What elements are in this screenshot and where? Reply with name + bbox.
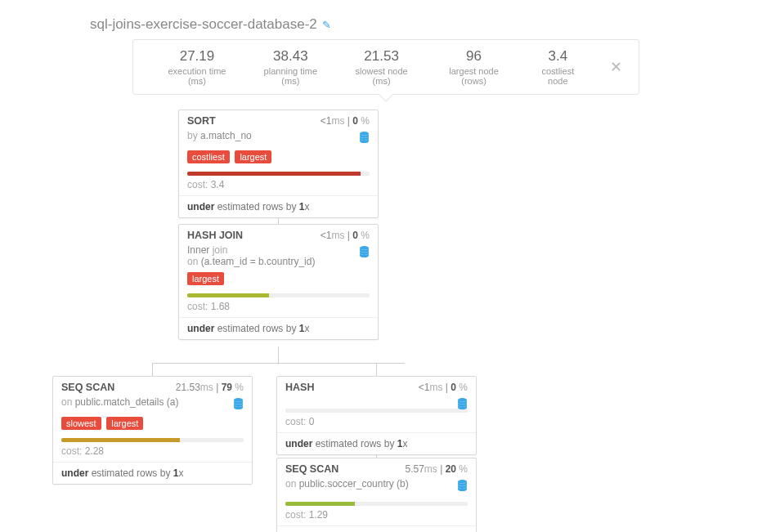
database-icon[interactable]: [457, 480, 468, 494]
estimation-row: under estimated rows by 1x: [277, 433, 476, 454]
node-timing: <1ms | 0 %: [419, 382, 468, 393]
plan-node-hash[interactable]: HASH <1ms | 0 % cost: 0 under estimated …: [276, 376, 477, 455]
node-subtitle: by a.match_no: [187, 130, 359, 141]
cost-bar: [187, 293, 269, 297]
database-icon[interactable]: [233, 398, 244, 412]
stat-value: 27.19: [161, 48, 234, 65]
stat-label: execution time (ms): [161, 66, 234, 86]
svg-point-3: [458, 398, 467, 402]
summary-stats-bar: 27.19 execution time (ms) 38.43 planning…: [132, 39, 639, 95]
stat-planning-time: 38.43 planning time (ms): [244, 48, 336, 86]
node-timing: 21.53ms | 79 %: [176, 382, 244, 393]
query-plan-tree: SORT <1ms | 0 % by a.match_no costliest …: [16, 110, 755, 532]
node-subtitle: on public.match_details (a): [61, 396, 233, 408]
estimation-row: under estimated rows by 1x: [179, 196, 378, 217]
stat-value: 96: [438, 48, 509, 65]
estimation-row: under estimated rows by 1x: [53, 463, 252, 484]
node-title: HASH JOIN: [187, 230, 243, 241]
stat-costliest-node: 3.4 costliest node: [521, 48, 594, 86]
stat-label: costliest node: [532, 66, 583, 86]
node-subtitle: Inner join on (a.team_id = b.country_id): [187, 244, 359, 267]
cost-value: 1.68: [211, 301, 230, 312]
plan-node-hash-join[interactable]: HASH JOIN <1ms | 0 % Inner join on (a.te…: [178, 224, 379, 340]
stat-execution-time: 27.19 execution time (ms): [150, 48, 245, 86]
stat-label: planning time (ms): [256, 66, 325, 86]
plan-node-sort[interactable]: SORT <1ms | 0 % by a.match_no costliest …: [178, 110, 379, 218]
estimation-row: under estimated rows by 1x: [277, 526, 476, 532]
node-subtitle: on public.soccer_country (b): [285, 478, 457, 490]
node-subtitle: [285, 396, 457, 408]
cost-value: 0: [309, 416, 315, 427]
database-icon[interactable]: [359, 132, 370, 145]
node-title: SORT: [187, 115, 216, 127]
badge-costliest: costliest: [187, 150, 230, 163]
node-timing: <1ms | 0 %: [321, 115, 370, 127]
badge-largest: largest: [235, 150, 271, 163]
stat-slowest-node: 21.53 slowest node (ms): [336, 48, 427, 86]
node-badges: slowest largest: [53, 417, 252, 435]
cost-bar: [61, 438, 180, 442]
cost-value: 3.4: [211, 179, 225, 190]
node-timing: 5.57ms | 20 %: [405, 463, 468, 475]
svg-point-2: [234, 398, 243, 402]
close-icon[interactable]: ✕: [610, 58, 622, 76]
stat-value: 3.4: [532, 48, 583, 65]
connector: [152, 363, 405, 364]
cost-bar: [285, 502, 355, 506]
database-icon[interactable]: [457, 398, 468, 412]
edit-icon[interactable]: ✎: [322, 19, 331, 31]
plan-node-seq-scan-2[interactable]: SEQ SCAN 5.57ms | 20 % on public.soccer_…: [276, 458, 477, 532]
node-timing: <1ms | 0 %: [321, 230, 370, 241]
stat-label: slowest node (ms): [347, 66, 415, 86]
connector: [278, 346, 279, 364]
cost-value: 1.29: [309, 509, 328, 521]
cost-value: 2.28: [85, 445, 104, 457]
svg-point-4: [458, 480, 467, 484]
badge-largest: largest: [106, 417, 143, 430]
estimation-row: under estimated rows by 1x: [179, 318, 378, 339]
node-title: HASH: [285, 382, 314, 393]
badge-slowest: slowest: [61, 417, 101, 430]
plan-node-seq-scan-1[interactable]: SEQ SCAN 21.53ms | 79 % on public.match_…: [52, 376, 253, 485]
node-title: SEQ SCAN: [61, 382, 114, 393]
page-header: sql-joins-exercise-soccer-database-2 ✎ 2…: [16, 16, 755, 95]
node-badges: largest: [179, 272, 378, 290]
svg-point-1: [360, 246, 369, 250]
stat-label: largest node (rows): [438, 66, 509, 86]
node-title: SEQ SCAN: [285, 463, 338, 475]
svg-point-0: [360, 132, 369, 136]
stat-value: 38.43: [256, 48, 325, 65]
node-badges: costliest largest: [179, 150, 378, 168]
database-icon[interactable]: [359, 246, 370, 260]
stat-value: 21.53: [347, 48, 415, 65]
title-row: sql-joins-exercise-soccer-database-2 ✎: [90, 16, 755, 33]
badge-largest: largest: [187, 272, 224, 285]
cost-bar: [187, 172, 361, 176]
connector: [376, 363, 377, 376]
connector: [152, 363, 153, 376]
page-title: sql-joins-exercise-soccer-database-2: [90, 16, 317, 33]
stat-largest-node: 96 largest node (rows): [427, 48, 521, 86]
